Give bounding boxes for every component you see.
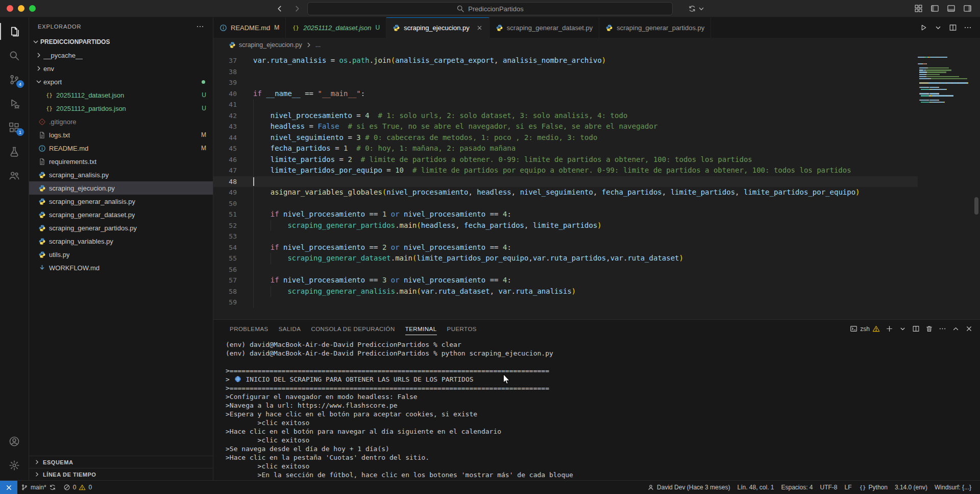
file-row-scraping_ejecucion.py[interactable]: scraping_ejecucion.py: [29, 181, 213, 195]
code-line-49[interactable]: 49 asignar_variables_globales(nivel_proc…: [213, 187, 918, 198]
folder-row-export[interactable]: export: [29, 75, 213, 88]
code-line-52[interactable]: 52 scraping_generar_partidos.main(headle…: [213, 220, 918, 231]
branch-status[interactable]: main*: [17, 481, 60, 494]
close-icon[interactable]: [476, 25, 483, 31]
code-line-48[interactable]: 48: [213, 176, 918, 187]
status-item-Python[interactable]: {}Python: [855, 481, 891, 494]
grid-icon[interactable]: [914, 4, 923, 13]
split-icon[interactable]: [912, 325, 920, 333]
terminal-shell-selector[interactable]: zsh: [850, 325, 880, 333]
split-icon[interactable]: [949, 23, 957, 32]
file-row-requirements.txt[interactable]: requirements.txt: [29, 155, 213, 168]
code-line-58[interactable]: 58 scraping_generar_analisis.main(var.ru…: [213, 286, 918, 297]
code-lines[interactable]: 37var.ruta_analisis = os.path.join(anali…: [213, 52, 918, 319]
sidebar-section-ESQUEMA[interactable]: ESQUEMA: [29, 456, 213, 468]
command-center-search[interactable]: PrediccionPartidos: [307, 2, 673, 15]
status-item-Windsurf: {...}[interactable]: Windsurf: {...}: [931, 481, 975, 494]
back-icon[interactable]: [276, 5, 284, 13]
activitybar-accounts-group-icon[interactable]: [0, 163, 29, 187]
tab-scraping_generar_partidos.py[interactable]: scraping_generar_partidos.py: [599, 17, 711, 38]
run-icon[interactable]: [919, 23, 927, 32]
tab-scraping_generar_dataset.py[interactable]: scraping_generar_dataset.py: [489, 17, 599, 38]
code-line-37[interactable]: 37var.ruta_analisis = os.path.join(anali…: [213, 55, 918, 66]
code-line-47[interactable]: 47 limite_partidos_por_equipo = 10 # lim…: [213, 165, 918, 176]
code-line-46[interactable]: 46 limite_partidos = 2 # limite de parti…: [213, 154, 918, 166]
workspace-root-row[interactable]: PREDICCIONPARTIDOS: [29, 35, 213, 49]
panel-tab-CONSOLA DE DEPURACIÓN[interactable]: CONSOLA DE DEPURACIÓN: [306, 320, 400, 338]
breadcrumb[interactable]: scraping_ejecucion.py ...: [213, 38, 980, 52]
status-item-David Dev (Hace 3 meses)[interactable]: David Dev (Hace 3 meses): [644, 481, 733, 494]
forward-icon[interactable]: [293, 5, 301, 13]
file-row-utils.py[interactable]: utils.py: [29, 248, 213, 261]
code-line-42[interactable]: 42 nivel_procesamiento = 4 # 1: solo url…: [213, 110, 918, 122]
maximize-icon[interactable]: [952, 325, 960, 333]
file-row-logs.txt[interactable]: logs.txtM: [29, 128, 213, 142]
code-line-43[interactable]: 43 headless = False # si es True, no se …: [213, 121, 918, 132]
code-line-40[interactable]: 40if __name__ == "__main__":: [213, 88, 918, 100]
new-terminal-icon[interactable]: [886, 325, 893, 333]
status-item-UTF-8[interactable]: UTF-8: [817, 481, 841, 494]
sidebar-section-LÍNEA DE TIEMPO[interactable]: LÍNEA DE TIEMPO: [29, 468, 213, 480]
close-window-button[interactable]: [7, 5, 13, 12]
terminal-output[interactable]: (env) david@MacBook-Air-de-David Predicc…: [213, 338, 980, 480]
dropdown-icon[interactable]: [934, 23, 942, 32]
file-row-scraping_generar_dataset.py[interactable]: scraping_generar_dataset.py: [29, 208, 213, 221]
status-item-3.14.0 (env)[interactable]: 3.14.0 (env): [891, 481, 931, 494]
activitybar-explorer-icon[interactable]: [0, 19, 29, 43]
code-line-44[interactable]: 44 nivel_seguimiento = 3 # 0: cabeceras …: [213, 132, 918, 144]
code-line-50[interactable]: 50: [213, 198, 918, 209]
zoom-window-button[interactable]: [29, 5, 36, 12]
tab-20251112_dataset.json[interactable]: {}20251112_dataset.jsonU: [286, 17, 386, 38]
titlebar-sync[interactable]: [688, 0, 705, 17]
dropdown-icon[interactable]: [899, 325, 906, 333]
status-item-Lín. 48, col. 1[interactable]: Lín. 48, col. 1: [733, 481, 777, 494]
minimap[interactable]: [918, 52, 973, 319]
code-line-57[interactable]: 57 if nivel_procesamiento == 3 or nivel_…: [213, 275, 918, 286]
code-line-56[interactable]: 56: [213, 264, 918, 275]
problems-status[interactable]: 0 0: [60, 481, 95, 494]
file-row-scraping_variables.py[interactable]: scraping_variables.py: [29, 234, 213, 248]
file-row-WORKFLOW.md[interactable]: WORKFLOW.md: [29, 261, 213, 274]
editor-scrollbar[interactable]: [973, 52, 980, 319]
code-line-38[interactable]: 38: [213, 66, 918, 78]
panel-tab-PUERTOS[interactable]: PUERTOS: [442, 320, 482, 338]
code-line-59[interactable]: 59: [213, 297, 918, 308]
panel-tab-SALIDA[interactable]: SALIDA: [274, 320, 306, 338]
activitybar-settings-icon[interactable]: [0, 453, 29, 477]
code-line-53[interactable]: 53: [213, 231, 918, 242]
panel-tab-PROBLEMAS[interactable]: PROBLEMAS: [225, 320, 274, 338]
file-row-.gitignore[interactable]: .gitignore: [29, 115, 213, 128]
trash-icon[interactable]: [925, 325, 933, 333]
code-line-45[interactable]: 45 fecha_partidos = 1 # 0: hoy, 1: mañan…: [213, 143, 918, 154]
code-line-55[interactable]: 55 scraping_generar_dataset.main(limite_…: [213, 253, 918, 264]
layout-bottom-icon[interactable]: [947, 4, 955, 13]
more-icon[interactable]: [964, 23, 972, 32]
panel-tab-TERMINAL[interactable]: TERMINAL: [400, 320, 442, 338]
code-line-51[interactable]: 51 if nivel_procesamiento == 1 or nivel_…: [213, 209, 918, 220]
folder-row-__pycache__[interactable]: __pycache__: [29, 49, 213, 62]
tab-scraping_ejecucion.py[interactable]: scraping_ejecucion.py: [386, 17, 489, 38]
activitybar-testing-icon[interactable]: [0, 139, 29, 163]
file-row-20251112_dataset.json[interactable]: {}20251112_dataset.jsonU: [29, 88, 213, 102]
folder-row-env[interactable]: env: [29, 62, 213, 75]
minimize-window-button[interactable]: [18, 5, 24, 12]
tab-README.md[interactable]: README.mdM: [213, 17, 286, 38]
code-line-54[interactable]: 54 if nivel_procesamiento == 2 or nivel_…: [213, 242, 918, 253]
activitybar-extensions-icon[interactable]: 1: [0, 115, 29, 139]
activitybar-search-icon[interactable]: [0, 43, 29, 67]
status-item-LF[interactable]: LF: [841, 481, 855, 494]
file-row-scraping_generar_analisis.py[interactable]: scraping_generar_analisis.py: [29, 195, 213, 208]
more-icon[interactable]: [939, 325, 946, 333]
close-icon[interactable]: [965, 325, 973, 333]
layout-right-icon[interactable]: [963, 4, 972, 13]
status-item-Espacios: 4[interactable]: Espacios: 4: [778, 481, 817, 494]
activitybar-source-control-icon[interactable]: 4: [0, 67, 29, 91]
file-row-scraping_generar_partidos.py[interactable]: scraping_generar_partidos.py: [29, 221, 213, 234]
file-row-README.md[interactable]: README.mdM: [29, 142, 213, 155]
file-row-20251112_partidos.json[interactable]: {}20251112_partidos.jsonU: [29, 102, 213, 115]
code-line-41[interactable]: 41: [213, 99, 918, 110]
activitybar-account-icon[interactable]: [0, 429, 29, 453]
code-line-39[interactable]: 39: [213, 77, 918, 88]
scrollbar-handle[interactable]: [974, 197, 978, 215]
more-actions-icon[interactable]: [196, 22, 204, 31]
